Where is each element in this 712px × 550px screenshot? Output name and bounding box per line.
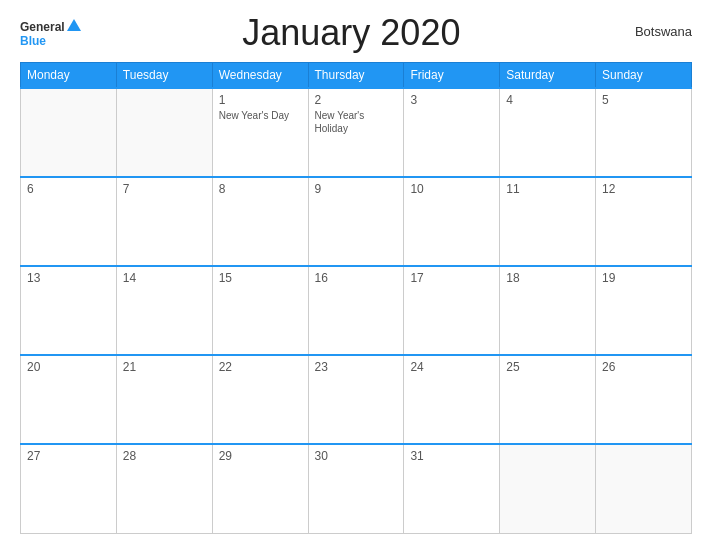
day-number: 10 xyxy=(410,182,493,196)
calendar-page: General Blue January 2020 Botswana Monda… xyxy=(0,0,712,550)
day-number: 27 xyxy=(27,449,110,463)
table-row: 1New Year's Day2New Year's Holiday345 xyxy=(21,88,692,177)
day-cell: 7 xyxy=(116,177,212,266)
day-cell: 14 xyxy=(116,266,212,355)
day-number: 21 xyxy=(123,360,206,374)
table-row: 13141516171819 xyxy=(21,266,692,355)
header: General Blue January 2020 Botswana xyxy=(20,16,692,54)
day-cell xyxy=(21,88,117,177)
day-cell: 26 xyxy=(596,355,692,444)
day-cell: 9 xyxy=(308,177,404,266)
day-number: 15 xyxy=(219,271,302,285)
header-row: Monday Tuesday Wednesday Thursday Friday… xyxy=(21,63,692,89)
day-number: 26 xyxy=(602,360,685,374)
day-number: 1 xyxy=(219,93,302,107)
calendar-table: Monday Tuesday Wednesday Thursday Friday… xyxy=(20,62,692,534)
day-number: 4 xyxy=(506,93,589,107)
day-cell: 31 xyxy=(404,444,500,533)
day-number: 30 xyxy=(315,449,398,463)
day-number: 11 xyxy=(506,182,589,196)
day-cell: 6 xyxy=(21,177,117,266)
header-tuesday: Tuesday xyxy=(116,63,212,89)
logo-triangle-icon xyxy=(67,19,81,31)
header-sunday: Sunday xyxy=(596,63,692,89)
day-cell: 29 xyxy=(212,444,308,533)
day-number: 18 xyxy=(506,271,589,285)
logo-blue-text: Blue xyxy=(20,34,46,48)
day-cell xyxy=(500,444,596,533)
day-number: 8 xyxy=(219,182,302,196)
day-cell: 12 xyxy=(596,177,692,266)
day-cell: 4 xyxy=(500,88,596,177)
day-number: 24 xyxy=(410,360,493,374)
day-cell: 3 xyxy=(404,88,500,177)
day-number: 29 xyxy=(219,449,302,463)
table-row: 6789101112 xyxy=(21,177,692,266)
table-row: 2728293031 xyxy=(21,444,692,533)
day-cell: 13 xyxy=(21,266,117,355)
day-number: 7 xyxy=(123,182,206,196)
day-number: 5 xyxy=(602,93,685,107)
day-cell: 24 xyxy=(404,355,500,444)
day-number: 22 xyxy=(219,360,302,374)
day-cell: 1New Year's Day xyxy=(212,88,308,177)
logo-general-text: General xyxy=(20,20,65,34)
day-cell: 21 xyxy=(116,355,212,444)
holiday-name: New Year's Holiday xyxy=(315,109,398,135)
header-monday: Monday xyxy=(21,63,117,89)
day-cell: 28 xyxy=(116,444,212,533)
day-cell xyxy=(116,88,212,177)
day-number: 23 xyxy=(315,360,398,374)
day-number: 3 xyxy=(410,93,493,107)
day-cell: 18 xyxy=(500,266,596,355)
day-number: 25 xyxy=(506,360,589,374)
day-cell: 8 xyxy=(212,177,308,266)
page-title: January 2020 xyxy=(81,12,622,54)
day-cell: 30 xyxy=(308,444,404,533)
day-cell: 5 xyxy=(596,88,692,177)
day-number: 16 xyxy=(315,271,398,285)
day-cell: 22 xyxy=(212,355,308,444)
header-friday: Friday xyxy=(404,63,500,89)
table-row: 20212223242526 xyxy=(21,355,692,444)
day-cell: 23 xyxy=(308,355,404,444)
day-cell: 11 xyxy=(500,177,596,266)
day-number: 19 xyxy=(602,271,685,285)
day-cell: 17 xyxy=(404,266,500,355)
day-number: 17 xyxy=(410,271,493,285)
day-number: 14 xyxy=(123,271,206,285)
day-cell: 15 xyxy=(212,266,308,355)
holiday-name: New Year's Day xyxy=(219,109,302,122)
header-wednesday: Wednesday xyxy=(212,63,308,89)
day-cell xyxy=(596,444,692,533)
day-number: 6 xyxy=(27,182,110,196)
day-number: 2 xyxy=(315,93,398,107)
day-cell: 19 xyxy=(596,266,692,355)
header-thursday: Thursday xyxy=(308,63,404,89)
day-cell: 10 xyxy=(404,177,500,266)
day-number: 20 xyxy=(27,360,110,374)
day-cell: 20 xyxy=(21,355,117,444)
day-number: 28 xyxy=(123,449,206,463)
day-number: 13 xyxy=(27,271,110,285)
day-number: 31 xyxy=(410,449,493,463)
logo: General Blue xyxy=(20,20,81,48)
day-cell: 27 xyxy=(21,444,117,533)
day-number: 12 xyxy=(602,182,685,196)
day-cell: 16 xyxy=(308,266,404,355)
day-cell: 2New Year's Holiday xyxy=(308,88,404,177)
day-number: 9 xyxy=(315,182,398,196)
header-saturday: Saturday xyxy=(500,63,596,89)
country-label: Botswana xyxy=(622,24,692,39)
day-cell: 25 xyxy=(500,355,596,444)
